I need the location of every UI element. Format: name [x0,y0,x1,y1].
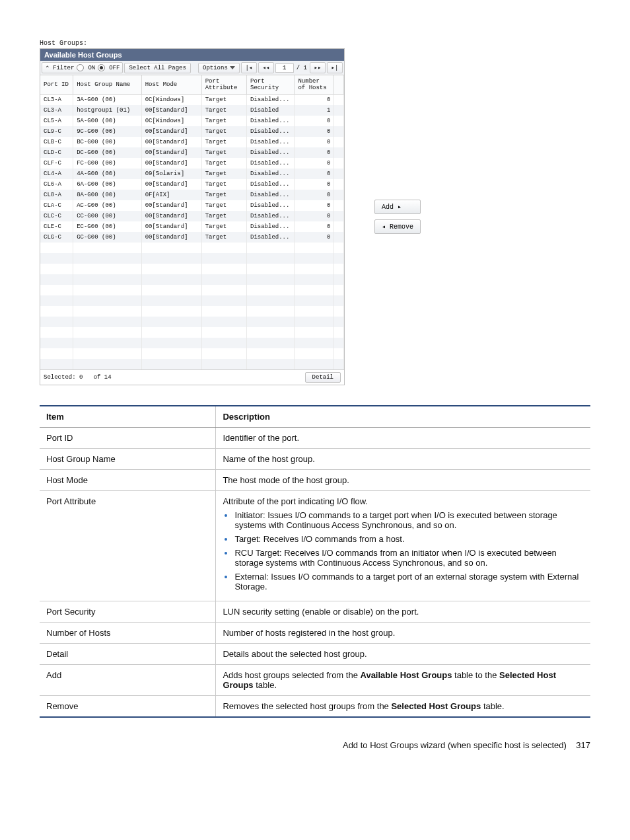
table-row-empty [40,327,344,338]
desc-text: Adds host groups selected from the Avail… [216,665,590,696]
table-row[interactable]: CL3-Ahostgroup1 (01)00[Standard]TargetDi… [40,105,344,116]
col-host-group-name[interactable]: Host Group Name [73,75,141,95]
table-row-empty [40,317,344,327]
desc-text: Identifier of the port. [216,428,590,449]
table-row[interactable]: CL8-A8A-G00 (00)0F[AIX]TargetDisabled...… [40,190,344,200]
desc-row: Port AttributeAttribute of the port indi… [40,491,590,601]
host-groups-table: Port ID Host Group Name Host Mode Port A… [40,75,344,369]
off-label: OFF [109,65,120,71]
desc-item: Add [40,665,216,696]
page-last-button[interactable]: ▸| [327,62,343,73]
table-row[interactable]: CLB-CBC-G00 (00)00[Standard]TargetDisabl… [40,137,344,147]
selected-label: Selected: [44,374,76,381]
filter-on-radio[interactable] [77,64,84,71]
desc-row: RemoveRemoves the selected host groups f… [40,696,590,718]
page-footer: Add to Host Groups wizard (when specific… [40,740,590,750]
desc-item: Port ID [40,428,216,449]
desc-text: The host mode of the host group. [216,470,590,491]
col-host-mode[interactable]: Host Mode [141,75,201,95]
table-row-empty [40,348,344,359]
total-count: 14 [104,374,112,381]
desc-text: Details about the selected host group. [216,644,590,665]
desc-text: Name of the host group. [216,449,590,470]
desc-text: Removes the selected host groups from th… [216,696,590,718]
table-row[interactable]: CL9-C9C-G00 (00)00[Standard]TargetDisabl… [40,126,344,137]
select-all-pages-button[interactable]: Select All Pages [124,63,190,73]
grid-toolbar: ⌃ Filter ON OFF Select All Pages Options… [40,61,344,75]
desc-item: Port Attribute [40,491,216,601]
table-row[interactable]: CL5-A5A-G00 (00)0C[Windows]TargetDisable… [40,116,344,126]
table-row[interactable]: CLE-CEC-G00 (00)00[Standard]TargetDisabl… [40,221,344,232]
page-prev-button[interactable]: ◂◂ [258,62,274,73]
desc-row: DetailDetails about the selected host gr… [40,644,590,665]
section-label: Host Groups: [40,40,590,47]
table-row[interactable]: CL3-A3A-G00 (00)0C[Windows]TargetDisable… [40,95,344,106]
pager: |◂ ◂◂ / 1 ▸▸ ▸| [241,62,343,73]
desc-item: Number of Hosts [40,623,216,644]
panel-title: Available Host Groups [40,49,344,61]
table-row[interactable]: CL4-A4A-G00 (00)09[Solaris]TargetDisable… [40,169,344,179]
detail-button[interactable]: Detail [305,372,341,383]
table-row-empty [40,274,344,285]
desc-row: Host ModeThe host mode of the host group… [40,470,590,491]
desc-row: Port IDIdentifier of the port. [40,428,590,449]
col-port-id[interactable]: Port ID [40,75,73,95]
page-current-input[interactable] [275,63,294,73]
page-next-button[interactable]: ▸▸ [310,62,326,73]
available-host-groups-panel: Available Host Groups ⌃ Filter ON OFF Se… [40,48,345,385]
desc-row: AddAdds host groups selected from the Av… [40,665,590,696]
col-number-of-hosts[interactable]: Number of Hosts [295,75,334,95]
table-row-empty [40,359,344,369]
desc-row: Number of HostsNumber of hosts registere… [40,623,590,644]
of-label: of [94,374,101,381]
table-row[interactable]: CL6-A6A-G00 (00)00[Standard]TargetDisabl… [40,179,344,190]
grid-status-bar: Selected: 0 of 14 Detail [40,369,344,385]
table-row-empty [40,306,344,317]
desc-text: Attribute of the port indicating I/O flo… [216,491,590,601]
col-port-attribute[interactable]: Port Attribute [201,75,246,95]
table-row[interactable]: CLF-CFC-G00 (00)00[Standard]TargetDisabl… [40,158,344,169]
page-total: / 1 [295,65,308,71]
page-first-button[interactable]: |◂ [241,62,257,73]
table-row[interactable]: CLD-CDC-G00 (00)00[Standard]TargetDisabl… [40,147,344,158]
table-row-empty [40,338,344,348]
footer-text: Add to Host Groups wizard (when specific… [343,740,567,750]
selected-count: 0 [79,374,83,381]
desc-item: Host Mode [40,470,216,491]
add-button[interactable]: Add ▸ [374,200,421,214]
desc-header-description: Description [216,406,590,428]
table-row-empty [40,253,344,264]
table-row-empty [40,285,344,295]
desc-item: Detail [40,644,216,665]
desc-item: Host Group Name [40,449,216,470]
description-table: Item Description Port IDIdentifier of th… [40,405,590,718]
table-row[interactable]: CLA-CAC-G00 (00)00[Standard]TargetDisabl… [40,200,344,211]
desc-item: Remove [40,696,216,718]
desc-header-item: Item [40,406,216,428]
remove-button[interactable]: ◂ Remove [374,219,421,234]
table-row-empty [40,295,344,306]
desc-item: Port Security [40,601,216,623]
desc-row: Host Group NameName of the host group. [40,449,590,470]
table-row-empty [40,243,344,253]
table-row[interactable]: CLC-CCC-G00 (00)00[Standard]TargetDisabl… [40,211,344,221]
filter-off-radio[interactable] [98,64,105,71]
desc-row: Port SecurityLUN security setting (enabl… [40,601,590,623]
filter-toggle[interactable]: ⌃ Filter ON OFF [42,62,123,73]
chevron-down-icon [230,66,235,69]
on-label: ON [88,65,95,71]
desc-text: Number of hosts registered in the host g… [216,623,590,644]
options-button[interactable]: Options [198,63,240,73]
table-row[interactable]: CLG-CGC-G00 (00)00[Standard]TargetDisabl… [40,232,344,243]
chevron-up-icon: ⌃ [45,65,50,71]
desc-text: LUN security setting (enable or disable)… [216,601,590,623]
filter-label: Filter [53,65,74,71]
table-row-empty [40,264,344,274]
page-number: 317 [576,740,590,750]
options-label: Options [203,65,228,71]
col-port-security[interactable]: Port Security [247,75,295,95]
